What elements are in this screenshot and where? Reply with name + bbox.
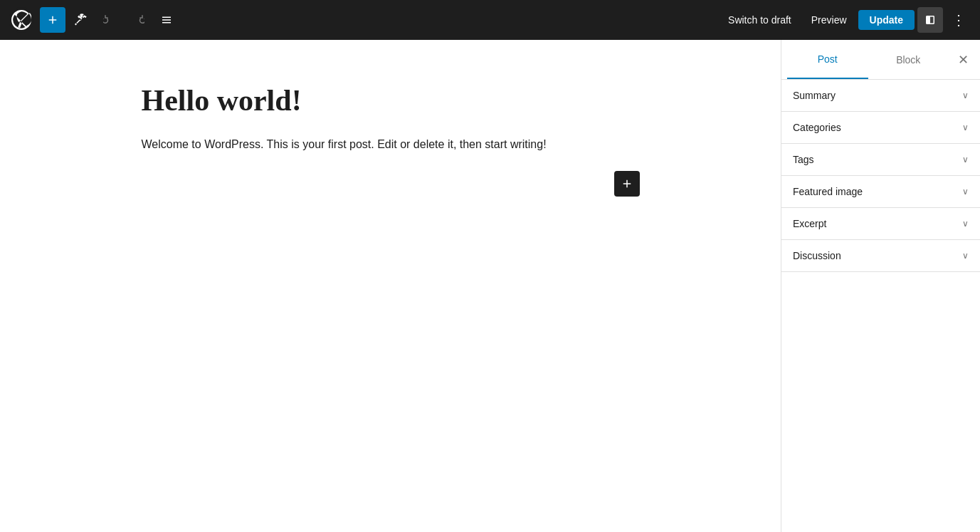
section-discussion: Discussion∨ xyxy=(781,240,980,272)
tab-block[interactable]: Block xyxy=(868,40,949,79)
section-categories: Categories∨ xyxy=(781,112,980,144)
switch-draft-label: Switch to draft xyxy=(728,14,791,26)
undo-button[interactable] xyxy=(97,7,122,33)
post-title[interactable]: Hello world! xyxy=(142,83,640,118)
settings-panel-toggle[interactable] xyxy=(917,7,943,33)
sidebar-sections: Summary∨Categories∨Tags∨Featured image∨E… xyxy=(781,80,980,272)
list-view-icon xyxy=(160,14,173,26)
undo-icon xyxy=(103,14,116,26)
tab-post-label: Post xyxy=(818,53,838,65)
section-excerpt-chevron-icon: ∨ xyxy=(962,219,969,229)
document-overview-button[interactable] xyxy=(154,7,179,33)
section-categories-label: Categories xyxy=(793,122,841,133)
tools-button[interactable] xyxy=(68,7,94,33)
sidebar-tabs: Post Block ✕ xyxy=(781,40,980,80)
redo-icon xyxy=(132,14,144,26)
switch-to-draft-button[interactable]: Switch to draft xyxy=(720,10,800,30)
wp-logo-icon xyxy=(11,10,31,30)
section-tags-header[interactable]: Tags∨ xyxy=(781,144,980,175)
update-button[interactable]: Update xyxy=(858,10,915,30)
wp-logo-button[interactable] xyxy=(9,7,34,33)
preview-label: Preview xyxy=(811,14,847,26)
section-tags-label: Tags xyxy=(793,154,814,165)
section-excerpt: Excerpt∨ xyxy=(781,208,980,240)
section-featured-image-header[interactable]: Featured image∨ xyxy=(781,176,980,207)
section-featured-image: Featured image∨ xyxy=(781,176,980,208)
section-excerpt-label: Excerpt xyxy=(793,218,826,229)
section-summary: Summary∨ xyxy=(781,80,980,112)
panel-toggle-icon xyxy=(924,14,937,26)
add-block-button[interactable] xyxy=(40,7,65,33)
main-area: Hello world! Welcome to WordPress. This … xyxy=(0,40,980,532)
redo-button[interactable] xyxy=(125,7,151,33)
section-summary-header[interactable]: Summary∨ xyxy=(781,80,980,111)
editor-content: Hello world! Welcome to WordPress. This … xyxy=(142,83,640,197)
editor-area[interactable]: Hello world! Welcome to WordPress. This … xyxy=(0,40,781,532)
section-tags-chevron-icon: ∨ xyxy=(962,155,969,165)
more-options-icon: ⋮ xyxy=(952,13,966,27)
section-summary-label: Summary xyxy=(793,90,836,101)
plus-icon xyxy=(46,14,59,26)
inline-add-block-button[interactable] xyxy=(614,171,640,197)
sidebar-close-button[interactable]: ✕ xyxy=(952,48,974,71)
tab-post[interactable]: Post xyxy=(787,40,868,79)
settings-sidebar: Post Block ✕ Summary∨Categories∨Tags∨Fea… xyxy=(781,40,980,532)
section-discussion-chevron-icon: ∨ xyxy=(962,251,969,261)
tools-icon xyxy=(75,14,88,26)
preview-button[interactable]: Preview xyxy=(803,10,855,30)
section-categories-header[interactable]: Categories∨ xyxy=(781,112,980,143)
section-featured-image-chevron-icon: ∨ xyxy=(962,187,969,197)
more-options-button[interactable]: ⋮ xyxy=(946,7,971,33)
section-excerpt-header[interactable]: Excerpt∨ xyxy=(781,208,980,239)
section-discussion-label: Discussion xyxy=(793,250,841,261)
section-discussion-header[interactable]: Discussion∨ xyxy=(781,240,980,271)
section-summary-chevron-icon: ∨ xyxy=(962,90,969,100)
inline-plus-icon xyxy=(621,177,633,190)
section-tags: Tags∨ xyxy=(781,144,980,176)
tab-block-label: Block xyxy=(896,54,920,66)
update-label: Update xyxy=(870,14,903,26)
top-toolbar: Switch to draft Preview Update ⋮ xyxy=(0,0,980,40)
section-categories-chevron-icon: ∨ xyxy=(962,122,969,132)
post-body[interactable]: Welcome to WordPress. This is your first… xyxy=(142,135,640,154)
close-icon: ✕ xyxy=(958,52,969,68)
section-featured-image-label: Featured image xyxy=(793,186,863,197)
